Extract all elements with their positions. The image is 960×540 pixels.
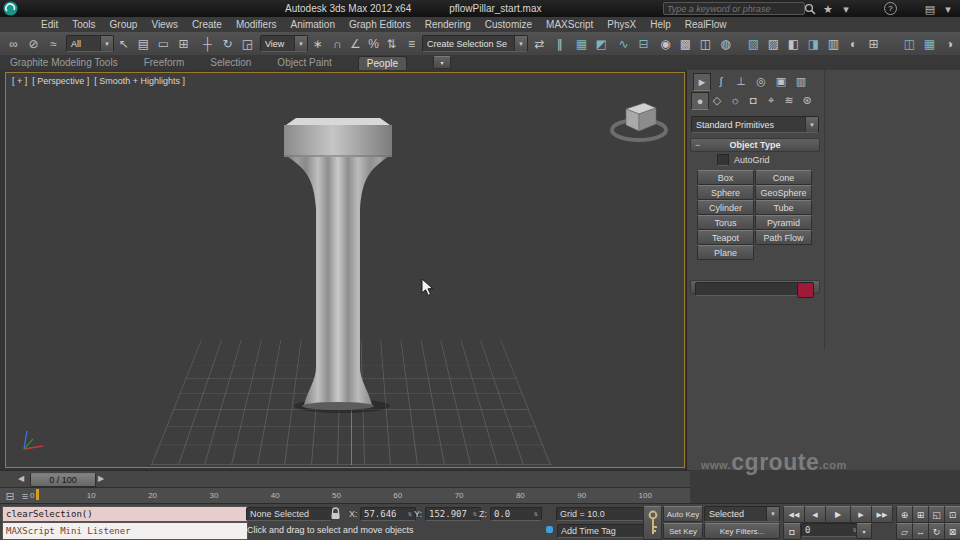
menu-graph-editors[interactable]: Graph Editors: [342, 17, 418, 32]
y-coordinate-field[interactable]: 152.907 ⇅: [425, 507, 481, 521]
pillar-object[interactable]: [276, 117, 400, 411]
button-geosphere[interactable]: GeoSphere: [755, 185, 812, 200]
toolbar-extra-icon-8[interactable]: ◫: [900, 34, 919, 53]
tab-freeform[interactable]: Freeform: [144, 57, 185, 68]
viewport-menu-plus[interactable]: [ + ]: [12, 76, 27, 86]
tab-graphite-modeling-tools[interactable]: Graphite Modeling Tools: [10, 57, 118, 68]
chevron-down-icon[interactable]: ▼: [514, 36, 527, 51]
button-box[interactable]: Box: [697, 170, 754, 185]
key-filters-button[interactable]: Key Filters...: [704, 523, 780, 539]
zoom-extents-all-button[interactable]: ⊡: [944, 506, 960, 523]
favorites-star-icon[interactable]: ★: [820, 1, 836, 17]
menu-realflow[interactable]: RealFlow: [678, 17, 734, 32]
menu-group[interactable]: Group: [103, 17, 145, 32]
field-of-view-button[interactable]: ▱: [896, 523, 913, 540]
viewport-menu-view[interactable]: [ Perspective ]: [32, 76, 89, 86]
toolbar-extra-icon-6[interactable]: ◐: [844, 34, 863, 53]
helpers-category-icon[interactable]: ⌖: [763, 92, 779, 108]
help-icon[interactable]: ?: [884, 2, 897, 15]
display-tab-icon[interactable]: ▣: [773, 73, 789, 89]
snaps-toggle-icon[interactable]: ∩: [328, 34, 347, 53]
auto-key-button[interactable]: Auto Key: [663, 506, 703, 522]
ribbon-minimize-caret-icon[interactable]: ▾: [433, 56, 451, 69]
menu-maxscript[interactable]: MAXScript: [539, 17, 600, 32]
menu-tools[interactable]: Tools: [65, 17, 102, 32]
menu-customize[interactable]: Customize: [478, 17, 539, 32]
select-by-name-icon[interactable]: ▤: [134, 34, 153, 53]
toolbar-extra-icon-9[interactable]: ▦: [920, 34, 939, 53]
search-icon[interactable]: [804, 3, 816, 15]
rectangular-region-icon[interactable]: ▭: [154, 34, 173, 53]
select-and-move-icon[interactable]: ┼: [198, 34, 217, 53]
go-to-end-button[interactable]: ▶▶: [871, 506, 893, 523]
zoom-all-button[interactable]: ⊞: [912, 506, 929, 523]
spacewarps-category-icon[interactable]: ≋: [781, 92, 797, 108]
key-mode-toggle-button[interactable]: ◘: [783, 523, 801, 540]
toolbar-extra-icon-3[interactable]: ◧: [784, 34, 803, 53]
maxscript-listener-label-row[interactable]: MAXScript Mini Listener: [2, 522, 248, 540]
app-logo-icon[interactable]: [3, 1, 18, 16]
tab-selection[interactable]: Selection: [210, 57, 251, 68]
search-input[interactable]: [663, 2, 805, 15]
time-slider-handle[interactable]: 0 / 100: [30, 473, 96, 487]
window-menu-caret-icon[interactable]: ▾: [940, 1, 956, 17]
schematic-view-icon[interactable]: ⊟: [634, 34, 653, 53]
workspace-panels-icon[interactable]: ▤: [922, 1, 938, 17]
object-name-field[interactable]: [695, 282, 799, 296]
crossing-selection-icon[interactable]: ⊞: [174, 34, 193, 53]
align-icon[interactable]: ∥: [550, 34, 569, 53]
reference-coordinate-dropdown[interactable]: View ▼: [260, 35, 308, 52]
utilities-tab-icon[interactable]: ▥: [793, 73, 809, 89]
mirror-icon[interactable]: ⇄: [530, 34, 549, 53]
curve-editor-icon[interactable]: ∿: [614, 34, 633, 53]
zoom-extents-button[interactable]: ◱: [928, 506, 945, 523]
button-teapot[interactable]: Teapot: [697, 230, 754, 245]
menu-help[interactable]: Help: [643, 17, 678, 32]
maximize-viewport-button[interactable]: ⊠: [944, 523, 960, 540]
object-type-rollout-header[interactable]: − Object Type: [690, 138, 820, 152]
geometry-category-icon[interactable]: ●: [691, 92, 709, 110]
angle-snap-icon[interactable]: ∠: [346, 34, 365, 53]
layer-manager-icon[interactable]: ▦: [572, 34, 591, 53]
material-editor-icon[interactable]: ◉: [656, 34, 675, 53]
viewport-menu-shading[interactable]: [ Smooth + Highlights ]: [94, 76, 185, 86]
select-and-link-icon[interactable]: ∞: [4, 34, 23, 53]
motion-tab-icon[interactable]: ◎: [753, 73, 769, 89]
chevron-down-icon[interactable]: ▼: [100, 36, 113, 51]
create-tab-icon[interactable]: ►: [693, 73, 711, 91]
button-torus[interactable]: Torus: [697, 215, 754, 230]
edit-named-selections-icon[interactable]: ≡: [402, 34, 421, 53]
object-color-swatch[interactable]: [797, 282, 814, 298]
set-keys-key-button[interactable]: [643, 506, 662, 540]
render-production-icon[interactable]: ◍: [716, 34, 735, 53]
y-spinner-icon[interactable]: ⇅: [473, 510, 477, 518]
ribbon-toggle-icon[interactable]: ◩: [592, 34, 611, 53]
time-configuration-caret-icon[interactable]: ▾: [856, 523, 872, 539]
select-and-manipulate-icon[interactable]: ∗: [308, 34, 327, 53]
set-key-button[interactable]: Set Key: [663, 523, 703, 539]
cameras-category-icon[interactable]: ◘: [745, 92, 761, 108]
menu-edit[interactable]: Edit: [34, 17, 65, 32]
chevron-down-icon[interactable]: ▼: [766, 507, 779, 521]
autogrid-checkbox[interactable]: [717, 154, 729, 166]
next-frame-button[interactable]: ▶: [850, 506, 872, 523]
primitive-category-dropdown[interactable]: Standard Primitives ▼: [691, 116, 819, 133]
button-plane[interactable]: Plane: [697, 245, 754, 260]
open-mini-curve-editor-icon[interactable]: ⊟: [2, 488, 18, 504]
current-time-field[interactable]: 0 ⇅: [801, 523, 861, 537]
button-sphere[interactable]: Sphere: [697, 185, 754, 200]
orbit-button[interactable]: ↻: [928, 523, 945, 540]
systems-category-icon[interactable]: ⊛: [799, 92, 815, 108]
pan-button[interactable]: ↔: [912, 523, 929, 540]
toolbar-extra-icon-2[interactable]: ▨: [764, 34, 783, 53]
hierarchy-tab-icon[interactable]: ⊥: [733, 73, 749, 89]
bind-to-space-warp-icon[interactable]: ≈: [44, 34, 63, 53]
viewcube[interactable]: [606, 93, 670, 145]
shapes-category-icon[interactable]: ◇: [709, 92, 725, 108]
previous-frame-button[interactable]: ◀: [804, 506, 826, 523]
track-bar[interactable]: ⊟ ≡ 0 10 20 30 40 50 60 70 80 90 100: [0, 487, 690, 504]
tab-object-paint[interactable]: Object Paint: [277, 57, 331, 68]
menu-modifiers[interactable]: Modifiers: [229, 17, 284, 32]
maxscript-listener-line[interactable]: clearSelection(): [2, 506, 248, 522]
play-button[interactable]: ▶: [825, 506, 851, 523]
